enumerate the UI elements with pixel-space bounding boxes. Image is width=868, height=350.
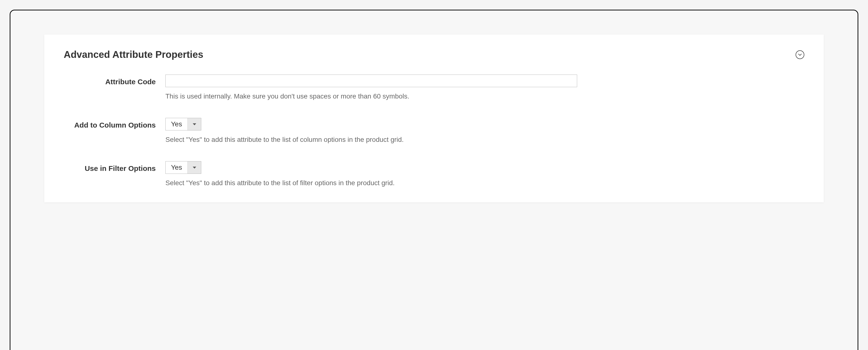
chevron-down-icon xyxy=(798,53,802,57)
attribute-code-input[interactable] xyxy=(165,74,577,87)
field-row-use-in-filter: Use in Filter Options Yes Select "Yes" t… xyxy=(64,161,804,188)
field-row-add-to-column: Add to Column Options Yes Select "Yes" t… xyxy=(64,118,804,144)
page-container: Advanced Attribute Properties Attribute … xyxy=(10,10,858,350)
use-in-filter-select[interactable]: Yes xyxy=(165,161,201,174)
use-in-filter-value: Yes xyxy=(166,161,187,173)
attribute-code-label: Attribute Code xyxy=(105,77,156,87)
field-input-col: Yes Select "Yes" to add this attribute t… xyxy=(165,161,804,188)
dropdown-arrow-icon xyxy=(187,161,201,173)
dropdown-arrow-icon xyxy=(187,118,201,130)
attribute-code-help: This is used internally. Make sure you d… xyxy=(165,92,804,101)
panel-header: Advanced Attribute Properties xyxy=(64,49,804,60)
field-label-col: Use in Filter Options xyxy=(64,161,165,173)
svg-marker-0 xyxy=(192,123,196,125)
field-label-col: Attribute Code xyxy=(64,74,165,87)
field-label-col: Add to Column Options xyxy=(64,118,165,130)
add-to-column-value: Yes xyxy=(166,118,187,130)
svg-marker-1 xyxy=(192,167,196,169)
add-to-column-label: Add to Column Options xyxy=(74,120,156,130)
use-in-filter-help: Select "Yes" to add this attribute to th… xyxy=(165,178,804,188)
add-to-column-select[interactable]: Yes xyxy=(165,118,201,130)
field-input-col: Yes Select "Yes" to add this attribute t… xyxy=(165,118,804,144)
advanced-attribute-panel: Advanced Attribute Properties Attribute … xyxy=(44,35,824,202)
use-in-filter-label: Use in Filter Options xyxy=(85,164,156,173)
field-row-attribute-code: Attribute Code This is used internally. … xyxy=(64,74,804,101)
add-to-column-help: Select "Yes" to add this attribute to th… xyxy=(165,135,804,144)
panel-title: Advanced Attribute Properties xyxy=(64,49,203,60)
field-input-col: This is used internally. Make sure you d… xyxy=(165,74,804,101)
collapse-toggle[interactable] xyxy=(796,50,804,59)
